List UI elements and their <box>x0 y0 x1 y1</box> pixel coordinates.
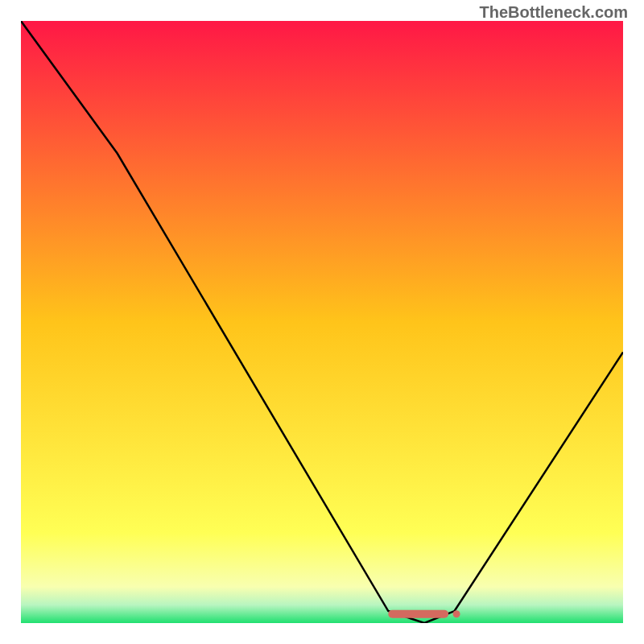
svg-rect-0 <box>388 610 448 618</box>
chart-svg <box>21 21 623 623</box>
chart-area <box>21 21 623 623</box>
watermark-text: TheBottleneck.com <box>480 3 628 22</box>
gradient-background <box>21 21 623 623</box>
svg-point-1 <box>453 610 460 617</box>
